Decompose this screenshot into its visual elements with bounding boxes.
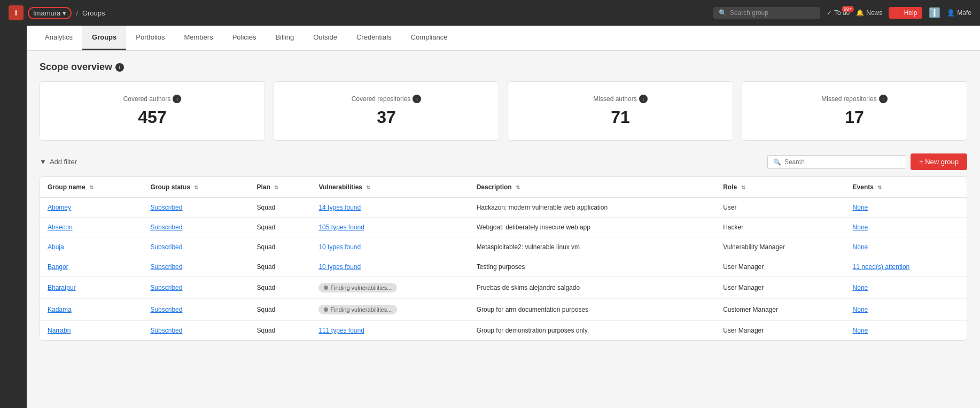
group-name-link[interactable]: Abuja bbox=[48, 243, 64, 251]
tab-credentials[interactable]: Credentials bbox=[347, 26, 401, 50]
tab-analytics[interactable]: Analytics bbox=[35, 26, 82, 50]
group-plan-cell: Squad bbox=[250, 321, 312, 341]
breadcrumb-current: Groups bbox=[82, 9, 105, 17]
group-vuln-cell: Finding vulnerabilities... bbox=[311, 299, 469, 321]
group-status-link[interactable]: Subscribed bbox=[150, 284, 182, 291]
group-name-cell: Kadama bbox=[40, 299, 143, 321]
group-status-link[interactable]: Subscribed bbox=[150, 243, 182, 251]
col-header-role[interactable]: Role ⇅ bbox=[715, 177, 845, 198]
stat-label: Covered repositories i bbox=[287, 95, 486, 103]
stat-label: Covered authors i bbox=[53, 95, 252, 103]
tab-groups[interactable]: Groups bbox=[82, 26, 126, 50]
events-link[interactable]: None bbox=[853, 224, 868, 231]
events-link[interactable]: None bbox=[853, 204, 868, 211]
brand-logo: I bbox=[9, 5, 24, 20]
events-link[interactable]: None bbox=[853, 243, 868, 251]
finding-dot bbox=[324, 307, 328, 312]
tab-portfolios[interactable]: Portfolios bbox=[126, 26, 174, 50]
col-header-plan[interactable]: Plan ⇅ bbox=[250, 177, 312, 198]
col-header-name[interactable]: Group name ⇅ bbox=[40, 177, 143, 198]
stat-value: 457 bbox=[53, 107, 252, 127]
tab-billing[interactable]: Billing bbox=[266, 26, 304, 50]
user-menu-button[interactable]: 👤 Mafe bbox=[947, 9, 971, 17]
table-search-input[interactable] bbox=[784, 158, 900, 166]
global-search-box[interactable]: 🔍 bbox=[713, 7, 820, 19]
events-link[interactable]: None bbox=[853, 327, 868, 334]
new-group-button[interactable]: + New group bbox=[911, 153, 967, 170]
vulnerability-link[interactable]: 14 types found bbox=[318, 204, 361, 211]
table-search-wrapper[interactable]: 🔍 bbox=[767, 155, 906, 169]
tab-members[interactable]: Members bbox=[174, 26, 222, 50]
events-link[interactable]: None bbox=[853, 306, 868, 313]
group-role-cell: Vulnerability Manager bbox=[715, 237, 845, 257]
group-name-link[interactable]: Absecon bbox=[48, 224, 73, 231]
sort-icon: ⇅ bbox=[194, 184, 198, 190]
stat-card-covered-repositories: Covered repositories i 37 bbox=[274, 81, 499, 141]
col-header-vulnerabilities[interactable]: Vulnerabilities ⇅ bbox=[311, 177, 469, 198]
help-button[interactable]: ❓ Help bbox=[889, 7, 922, 19]
group-name-link[interactable]: Narrabri bbox=[48, 327, 71, 334]
group-name-link[interactable]: Bangor bbox=[48, 263, 68, 271]
table-row: Absecon Subscribed Squad 105 types found… bbox=[40, 218, 967, 237]
col-header-status[interactable]: Group status ⇅ bbox=[143, 177, 249, 198]
breadcrumb-org-label: Imamura bbox=[33, 9, 60, 17]
group-vuln-cell: 10 types found bbox=[311, 237, 469, 257]
group-desc-cell: Metasploitable2: vulnerable linux vm bbox=[469, 237, 716, 257]
group-status-link[interactable]: Subscribed bbox=[150, 224, 182, 231]
group-status-link[interactable]: Subscribed bbox=[150, 204, 182, 211]
col-header-description[interactable]: Description ⇅ bbox=[469, 177, 716, 198]
stat-info-icon[interactable]: i bbox=[173, 95, 181, 103]
help-icon: ❓ bbox=[894, 9, 902, 17]
group-role-cell: User Manager bbox=[715, 257, 845, 277]
topbar: I Imamura ▾ / Groups 🔍 ✓ To do 99+ 🔔 New… bbox=[0, 0, 980, 26]
events-link[interactable]: None bbox=[853, 284, 868, 291]
topbar-left: I Imamura ▾ / Groups bbox=[9, 5, 105, 20]
col-header-events[interactable]: Events ⇅ bbox=[845, 177, 967, 198]
stat-info-icon[interactable]: i bbox=[639, 95, 648, 103]
group-name-cell: Abuja bbox=[40, 237, 143, 257]
add-filter-button[interactable]: ▼ Add filter bbox=[40, 158, 77, 166]
tab-compliance[interactable]: Compliance bbox=[401, 26, 457, 50]
vulnerability-link[interactable]: 10 types found bbox=[318, 243, 361, 251]
group-status-link[interactable]: Subscribed bbox=[150, 327, 182, 334]
news-button[interactable]: 🔔 News bbox=[856, 9, 882, 17]
finding-badge: Finding vulnerabilities... bbox=[318, 283, 397, 292]
filter-icon: ▼ bbox=[40, 158, 46, 166]
sort-icon: ⇅ bbox=[877, 184, 882, 190]
group-role-cell: User bbox=[715, 198, 845, 218]
group-desc-cell: Hackazon: modern vulnerable web applicat… bbox=[469, 198, 716, 218]
table-search-area: 🔍 + New group bbox=[767, 153, 967, 170]
group-desc-cell: Pruebas de skims alejandro salgado bbox=[469, 277, 716, 299]
stat-value: 71 bbox=[521, 107, 720, 127]
stat-card-covered-authors: Covered authors i 457 bbox=[40, 81, 265, 141]
group-desc-cell: Group for demonstration purposes only. bbox=[469, 321, 716, 341]
tab-policies[interactable]: Policies bbox=[223, 26, 266, 50]
scope-info-icon[interactable]: i bbox=[115, 63, 124, 72]
info-icon[interactable]: ℹ️ bbox=[929, 7, 940, 19]
table-row: Bharatpur Subscribed Squad Finding vulne… bbox=[40, 277, 967, 299]
vulnerability-link[interactable]: 10 types found bbox=[318, 263, 361, 271]
vulnerability-link[interactable]: 105 types found bbox=[318, 224, 364, 231]
group-name-link[interactable]: Kadama bbox=[48, 306, 72, 313]
breadcrumb-org-link[interactable]: Imamura ▾ bbox=[28, 7, 72, 19]
vulnerability-link[interactable]: 111 types found bbox=[318, 327, 364, 334]
user-icon: 👤 bbox=[947, 9, 955, 17]
todo-button[interactable]: ✓ To do 99+ bbox=[827, 9, 850, 17]
table-toolbar: ▼ Add filter 🔍 + New group bbox=[40, 153, 967, 170]
global-search-input[interactable] bbox=[730, 9, 815, 17]
stat-info-icon[interactable]: i bbox=[413, 95, 421, 103]
group-status-cell: Subscribed bbox=[143, 218, 249, 237]
group-status-link[interactable]: Subscribed bbox=[150, 306, 182, 313]
table-row: Narrabri Subscribed Squad 111 types foun… bbox=[40, 321, 967, 341]
table-row: Kadama Subscribed Squad Finding vulnerab… bbox=[40, 299, 967, 321]
tab-outside[interactable]: Outside bbox=[304, 26, 347, 50]
group-name-link[interactable]: Abomey bbox=[48, 204, 71, 211]
scope-title: Scope overview i bbox=[40, 61, 967, 73]
group-role-cell: Hacker bbox=[715, 218, 845, 237]
stat-card-missed-repositories: Missed repositories i 17 bbox=[742, 81, 967, 141]
stat-info-icon[interactable]: i bbox=[879, 95, 888, 103]
events-link[interactable]: 11 need(s) attention bbox=[853, 263, 910, 271]
check-icon: ✓ bbox=[827, 9, 832, 17]
group-status-link[interactable]: Subscribed bbox=[150, 263, 182, 271]
group-name-link[interactable]: Bharatpur bbox=[48, 284, 76, 291]
